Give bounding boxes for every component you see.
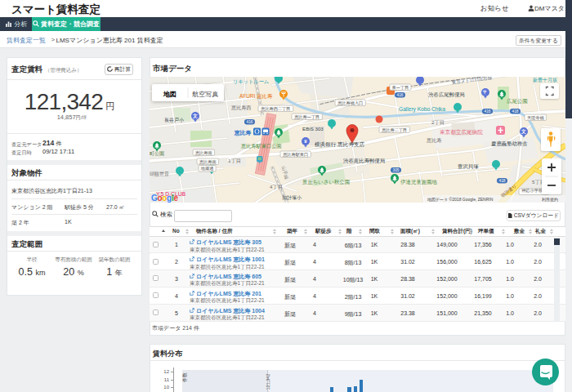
svg-text:Google: Google: [151, 194, 178, 203]
svg-text:恵比寿: 恵比寿: [234, 130, 252, 136]
svg-text:利用規約: 利用規約: [542, 197, 558, 203]
svg-text:EBiS 303: EBiS 303: [302, 126, 324, 131]
svg-text:恵比寿駅東口: 恵比寿駅東口: [282, 152, 308, 158]
svg-text:恵比寿二丁目: 恵比寿二丁目: [381, 127, 407, 132]
svg-text:2丁目: 2丁目: [431, 119, 445, 126]
svg-text:豊沢貝塚: 豊沢貝塚: [458, 163, 479, 170]
svg-text:渋谷広尾郵便局: 渋谷広尾郵便局: [428, 91, 465, 98]
svg-text:航空写真: 航空写真: [192, 91, 219, 98]
svg-text:恵比寿南: 恵比寿南: [194, 150, 212, 155]
svg-text:広尾公園: 広尾公園: [507, 98, 528, 105]
svg-text:慶應義塾幼稚舎: 慶應義塾幼稚舎: [491, 140, 528, 147]
svg-text:景丘ちいさい秋公園: 景丘ちいさい秋公園: [302, 179, 350, 185]
svg-text:頭観世音: 頭観世音: [150, 171, 169, 177]
svg-text:東京都立広尾病院: 東京都立広尾病院: [440, 129, 483, 136]
svg-text:渋谷恵比寿郵便局: 渋谷恵比寿郵便局: [343, 158, 385, 164]
svg-text:416: 416: [396, 93, 403, 97]
svg-text:恵比寿: 恵比寿: [426, 137, 442, 144]
svg-text:恵比寿駅東口公園: 恵比寿駅東口公園: [240, 143, 282, 149]
svg-text:〒: 〒: [483, 90, 488, 95]
svg-text:恵比寿西: 恵比寿西: [230, 105, 252, 111]
svg-text:伊達児童遊園地: 伊達児童遊園地: [400, 179, 437, 185]
svg-text:加計塚小: 加計塚小: [282, 195, 302, 201]
svg-text:416: 416: [484, 109, 490, 114]
svg-text:1丁目: 1丁目: [228, 158, 241, 164]
svg-text:305: 305: [392, 168, 399, 172]
svg-text:地図データ ©2018 Google, ZENRIN: 地図データ ©2018 Google, ZENRIN: [427, 197, 494, 203]
svg-text:恵比寿南: 恵比寿南: [199, 159, 217, 164]
svg-text:恵比寿西二丁目: 恵比寿西二丁目: [260, 106, 290, 111]
svg-text:新豊十月坂: 新豊十月坂: [533, 77, 557, 83]
svg-text:長谷戸小: 長谷戸小: [164, 117, 185, 123]
svg-text:リキットルーム: リキットルーム: [233, 78, 269, 85]
svg-text:天現寺橋: 天現寺橋: [527, 115, 545, 121]
svg-text:恵比寿橋入口: 恵比寿橋入口: [337, 100, 363, 106]
svg-text:AFURI 恵比寿: AFURI 恵比寿: [239, 93, 273, 100]
svg-text:418: 418: [512, 109, 518, 114]
svg-text:4丁目: 4丁目: [270, 184, 283, 190]
svg-text:文: 文: [192, 113, 198, 118]
svg-text:418: 418: [498, 179, 505, 183]
svg-text:Gallery Kobo Chika: Gallery Kobo Chika: [399, 106, 445, 113]
svg-text:地図: 地図: [163, 91, 177, 98]
svg-text:416: 416: [246, 120, 252, 124]
svg-text:東一丁目: 東一丁目: [391, 85, 409, 90]
svg-text:地蔵通: 地蔵通: [200, 166, 214, 171]
svg-text:横浜銀行 恵比寿支店: 横浜銀行 恵比寿支店: [315, 141, 365, 148]
svg-text:恵比寿一丁目: 恵比寿一丁目: [293, 114, 320, 119]
svg-text:文: 文: [521, 128, 526, 134]
